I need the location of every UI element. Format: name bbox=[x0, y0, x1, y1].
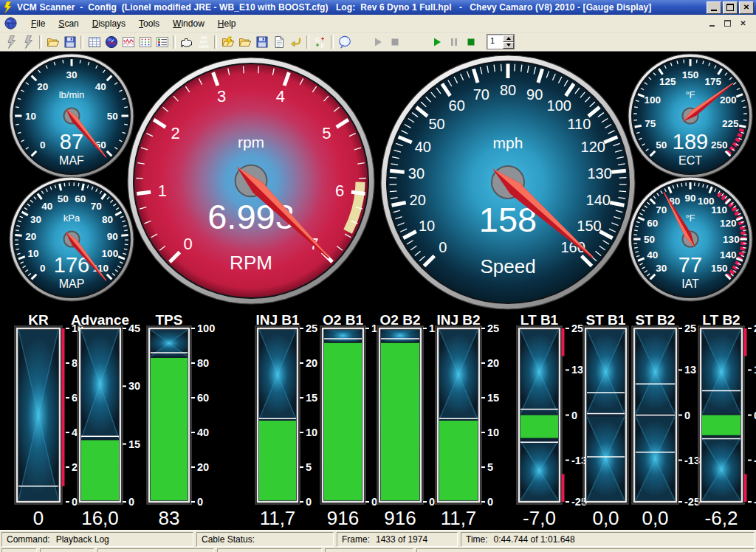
engine-dtc-button[interactable] bbox=[178, 34, 195, 49]
status-section-frame: Frame:1433 of 1974 bbox=[337, 532, 458, 547]
mdi-minimize-button[interactable] bbox=[707, 18, 718, 28]
playback-pause-button[interactable] bbox=[445, 34, 462, 49]
toolbar-separator bbox=[306, 35, 309, 49]
svg-text:20: 20 bbox=[487, 357, 499, 369]
gauge-iat: 30405060708090100110120130140150°F77IAT bbox=[628, 177, 752, 301]
svg-text:70: 70 bbox=[656, 204, 667, 215]
svg-text:25: 25 bbox=[306, 322, 317, 334]
bar-gauge-st_b1: ST B10,0 bbox=[583, 312, 629, 530]
grid-dots-icon bbox=[139, 35, 152, 49]
svg-text:80: 80 bbox=[197, 357, 209, 369]
svg-text:130: 130 bbox=[723, 234, 740, 245]
svg-text:mph: mph bbox=[493, 134, 523, 151]
svg-text:0: 0 bbox=[487, 496, 493, 508]
svg-text:0: 0 bbox=[72, 496, 78, 508]
mdi-close-button[interactable]: ✕ bbox=[738, 18, 749, 28]
svg-text:5: 5 bbox=[322, 124, 331, 142]
read-log-button[interactable] bbox=[219, 34, 236, 49]
svg-text:-13: -13 bbox=[684, 455, 700, 466]
svg-text:Advance: Advance bbox=[71, 312, 129, 328]
graph-display-button[interactable] bbox=[120, 34, 137, 49]
save-config-button[interactable] bbox=[61, 34, 78, 49]
svg-text:0: 0 bbox=[183, 235, 192, 253]
playback-stop-button[interactable] bbox=[462, 34, 479, 49]
svg-text:2: 2 bbox=[171, 124, 180, 142]
app-lightning-icon bbox=[2, 1, 14, 13]
output-control-button[interactable]: ONOFF100% bbox=[195, 34, 212, 49]
svg-text:0: 0 bbox=[684, 410, 690, 421]
svg-text:20: 20 bbox=[306, 357, 317, 369]
bolt-icon bbox=[22, 35, 35, 49]
svg-text:13: 13 bbox=[571, 364, 583, 376]
open-config-button[interactable] bbox=[44, 34, 61, 49]
record-play-button[interactable] bbox=[369, 34, 386, 49]
app-window: VCM Scanner - Config (Lionel modified JR… bbox=[0, 0, 756, 552]
dtc-display-button[interactable] bbox=[154, 34, 171, 49]
svg-text:100: 100 bbox=[547, 97, 571, 114]
svg-text:KR: KR bbox=[28, 312, 49, 328]
svg-text:°F: °F bbox=[685, 89, 695, 100]
svg-text:TPS: TPS bbox=[156, 312, 183, 328]
table-display-button[interactable] bbox=[86, 34, 103, 49]
svg-text:0: 0 bbox=[306, 496, 312, 508]
svg-text:30: 30 bbox=[30, 214, 41, 225]
gauge-display-area: 0102030405060lb/min87MAF0102030405060708… bbox=[0, 52, 756, 530]
svg-text:0: 0 bbox=[40, 263, 46, 274]
svg-text:ST B1: ST B1 bbox=[586, 312, 626, 328]
svg-text:189: 189 bbox=[673, 130, 708, 153]
log-file-button[interactable] bbox=[270, 34, 287, 49]
svg-text:30: 30 bbox=[408, 165, 425, 182]
svg-text:30: 30 bbox=[656, 263, 667, 274]
menu-item-displays[interactable]: Displays bbox=[86, 17, 132, 30]
svg-text:i: i bbox=[343, 37, 346, 45]
svg-text:83: 83 bbox=[159, 507, 180, 529]
channels-button[interactable]: CF bbox=[312, 34, 329, 49]
spinner-down-button[interactable] bbox=[503, 42, 514, 49]
floppy-icon bbox=[63, 35, 77, 49]
gauge-speed: 0102030405060708090100110120130140150160… bbox=[381, 55, 635, 309]
minimize-button[interactable] bbox=[707, 1, 721, 14]
info-button[interactable]: i bbox=[336, 34, 353, 49]
gauge-rpm: 01234567rpm6.993RPM bbox=[128, 58, 374, 304]
svg-text:140: 140 bbox=[586, 192, 611, 208]
menu-item-tools[interactable]: Tools bbox=[132, 17, 166, 30]
svg-text:77: 77 bbox=[678, 253, 702, 277]
svg-text:916: 916 bbox=[327, 507, 359, 529]
grid-display-button[interactable] bbox=[137, 34, 154, 49]
write-vehicle-button[interactable] bbox=[20, 34, 37, 49]
svg-text:80: 80 bbox=[500, 82, 516, 98]
svg-text:50: 50 bbox=[644, 234, 655, 245]
svg-text:20: 20 bbox=[410, 192, 426, 208]
read-vehicle-button[interactable] bbox=[3, 34, 20, 49]
mdi-restore-button[interactable] bbox=[722, 18, 733, 28]
svg-text:11,7: 11,7 bbox=[441, 507, 477, 529]
gauge-display-button[interactable] bbox=[103, 34, 120, 49]
menu-item-help[interactable]: Help bbox=[211, 17, 243, 30]
menu-item-scan[interactable]: Scan bbox=[52, 17, 85, 30]
svg-text:MAP: MAP bbox=[59, 277, 85, 290]
spinner-up-button[interactable] bbox=[503, 35, 514, 42]
restore-button[interactable] bbox=[723, 1, 738, 14]
gauge-map: 0102030405060708090100110kPa176MAP bbox=[10, 177, 134, 301]
record-stop-button[interactable] bbox=[386, 34, 403, 49]
svg-text:O2 B2: O2 B2 bbox=[380, 312, 421, 328]
svg-text:0,0: 0,0 bbox=[592, 507, 619, 529]
svg-text:0: 0 bbox=[439, 239, 447, 255]
export-log-button[interactable] bbox=[287, 34, 304, 49]
save-log-button[interactable] bbox=[253, 34, 270, 49]
playback-speed-spinner[interactable]: 1 bbox=[487, 34, 515, 49]
svg-text:50: 50 bbox=[58, 193, 69, 204]
menu-item-file[interactable]: File bbox=[24, 17, 52, 30]
gauge-globe-icon bbox=[105, 35, 118, 49]
svg-text:40: 40 bbox=[415, 139, 431, 155]
menu-item-window[interactable]: Window bbox=[166, 17, 211, 30]
svg-text:0: 0 bbox=[40, 139, 46, 151]
open-log-button[interactable] bbox=[236, 34, 253, 49]
playback-play-button[interactable] bbox=[428, 34, 445, 49]
close-button[interactable]: ✕ bbox=[739, 1, 754, 14]
svg-text:120: 120 bbox=[581, 139, 605, 155]
svg-text:0: 0 bbox=[429, 496, 435, 508]
svg-text:100%: 100% bbox=[199, 44, 209, 48]
graph-icon bbox=[122, 35, 135, 49]
info-balloon-icon: i bbox=[338, 35, 351, 49]
